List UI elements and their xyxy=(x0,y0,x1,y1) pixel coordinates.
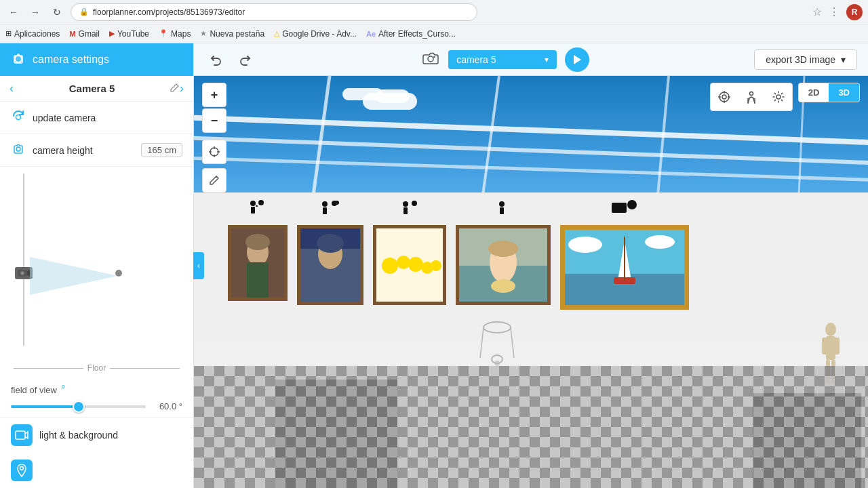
zoom-out-button[interactable]: − xyxy=(202,108,226,133)
zoom-in-button[interactable]: + xyxy=(202,83,226,107)
camera-toolbar-icon xyxy=(421,49,440,69)
back-button[interactable]: ← xyxy=(5,4,22,20)
svg-point-48 xyxy=(317,234,344,253)
svg-rect-33 xyxy=(251,207,255,214)
artwork-1[interactable] xyxy=(228,199,288,301)
bookmark-gmail[interactable]: M Gmail xyxy=(69,29,100,39)
bookmark-maps[interactable]: 📍 Maps xyxy=(159,29,191,39)
diagram-vertical-line xyxy=(23,174,24,346)
svg-rect-83 xyxy=(834,338,840,354)
camera-height-value[interactable]: 165 cm xyxy=(141,143,182,157)
play-button[interactable] xyxy=(565,47,589,72)
sidebar-title: camera settings xyxy=(33,54,109,66)
view-mode-group: 2D 3D xyxy=(798,83,860,102)
camera-edit-button[interactable] xyxy=(170,83,180,94)
camera-height-label: camera height xyxy=(33,145,141,156)
bookmark-youtube[interactable]: ▶ YouTube xyxy=(109,29,149,39)
export-button[interactable]: export 3D image ▾ xyxy=(754,49,857,70)
svg-point-18 xyxy=(722,95,726,99)
user-avatar[interactable]: R xyxy=(846,4,863,20)
artwork-2[interactable] xyxy=(297,199,363,305)
bookmark-aplicaciones[interactable]: ⊞ Aplicaciones xyxy=(5,29,60,39)
svg-rect-39 xyxy=(247,262,269,298)
artwork-4[interactable] xyxy=(456,199,551,305)
artwork-3-label-icon xyxy=(399,199,420,221)
crosshair-button[interactable] xyxy=(202,140,226,164)
artwork-3[interactable] xyxy=(373,199,446,305)
export-chevron: ▾ xyxy=(841,54,846,65)
update-camera-button[interactable]: update camera xyxy=(0,102,193,134)
menu-icon[interactable]: ⋮ xyxy=(829,5,840,18)
camera-selector[interactable]: camera 5 ▾ xyxy=(448,50,557,69)
svg-point-17 xyxy=(719,92,729,102)
fov-asterisk: ° xyxy=(61,384,65,396)
artwork-1-frame xyxy=(228,225,288,301)
redo-button[interactable] xyxy=(235,49,256,70)
bookmark-ae[interactable]: Ae After Effects_Curso... xyxy=(366,29,456,39)
view-3d-button[interactable]: 3D xyxy=(829,83,859,102)
svg-rect-66 xyxy=(612,203,627,213)
svg-rect-60 xyxy=(500,207,504,214)
bookmark-label: Maps xyxy=(171,29,191,39)
target-view-button[interactable] xyxy=(712,85,736,109)
svg-point-32 xyxy=(250,201,256,206)
bookmark-label: YouTube xyxy=(117,29,149,39)
diagram-canvas: Floor xyxy=(11,174,182,373)
left-toolbar: + − xyxy=(202,83,226,192)
svg-point-67 xyxy=(627,200,637,209)
fov-endpoint xyxy=(115,270,122,277)
update-camera-icon xyxy=(11,108,26,127)
svg-point-49 xyxy=(403,201,408,207)
bookmark-nueva-pestana[interactable]: ★ Nueva pestaña xyxy=(200,29,264,39)
field-of-view-label: field of view xyxy=(11,385,57,395)
artwork-5-label-icon xyxy=(612,199,637,221)
sidebar: camera settings ‹ Camera 5 › update xyxy=(0,43,194,488)
svg-rect-10 xyxy=(433,56,435,58)
location-button[interactable] xyxy=(0,453,193,488)
camera-settings-icon xyxy=(11,51,26,69)
sidebar-header: camera settings xyxy=(0,43,193,76)
svg-point-2 xyxy=(16,147,20,151)
artwork-5[interactable] xyxy=(560,199,689,310)
svg-point-38 xyxy=(245,234,270,250)
fov-slider[interactable] xyxy=(11,405,146,408)
floor-line-left xyxy=(14,368,83,369)
svg-rect-82 xyxy=(822,338,827,354)
refresh-button[interactable]: ↻ xyxy=(49,4,65,20)
undo-button[interactable] xyxy=(205,49,226,70)
url-bar[interactable]: 🔒 floorplanner.com/projects/85136973/edi… xyxy=(71,3,477,21)
svg-point-59 xyxy=(499,201,505,207)
svg-rect-50 xyxy=(403,207,408,214)
svg-point-34 xyxy=(258,200,264,205)
main-view: camera 5 ▾ export 3D image ▾ + − xyxy=(194,43,868,488)
person-view-button[interactable] xyxy=(739,85,764,109)
svg-point-75 xyxy=(484,322,511,333)
artwork-4-label-icon xyxy=(494,199,513,221)
floor-tiles xyxy=(194,366,868,488)
svg-line-77 xyxy=(511,327,514,358)
sidebar-toggle-button[interactable]: ‹ xyxy=(193,252,204,279)
forward-button[interactable]: → xyxy=(27,4,43,20)
youtube-icon: ▶ xyxy=(109,29,115,38)
top-toolbar: camera 5 ▾ export 3D image ▾ xyxy=(194,43,868,76)
camera-select-label: camera 5 xyxy=(456,54,539,65)
settings-view-button[interactable] xyxy=(766,85,791,109)
right-toolbar: 2D 3D xyxy=(710,83,860,111)
lock-icon: 🔒 xyxy=(79,7,89,16)
pencil-button[interactable] xyxy=(202,168,226,192)
svg-line-76 xyxy=(480,327,484,358)
svg-point-44 xyxy=(335,201,339,205)
svg-rect-7 xyxy=(16,431,25,439)
light-background-button[interactable]: light & background xyxy=(0,417,193,453)
floor-label: Floor xyxy=(87,363,106,373)
nueva-icon: ★ xyxy=(200,29,207,38)
svg-point-80 xyxy=(825,323,836,336)
svg-point-8 xyxy=(20,467,24,470)
star-icon[interactable]: ☆ xyxy=(812,5,822,18)
bookmark-label: After Effects_Curso... xyxy=(378,29,456,39)
svg-point-70 xyxy=(568,237,602,253)
floor-line-right xyxy=(110,368,180,369)
camera-next-button[interactable]: › xyxy=(180,81,184,96)
bookmark-gdrive[interactable]: △ Google Drive - Adv... xyxy=(274,29,357,39)
view-2d-button[interactable]: 2D xyxy=(799,83,829,102)
